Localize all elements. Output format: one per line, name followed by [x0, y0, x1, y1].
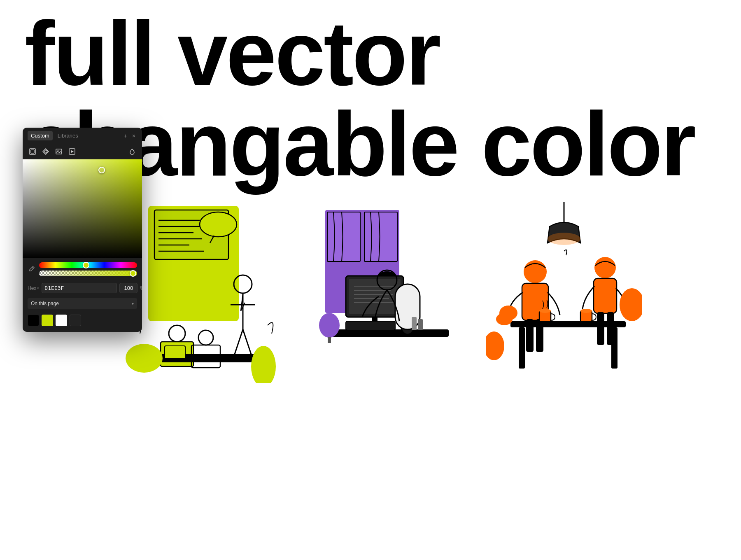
opacity-icon[interactable] — [127, 147, 137, 156]
svg-rect-22 — [165, 346, 185, 359]
svg-point-8 — [200, 212, 237, 237]
svg-rect-47 — [418, 319, 423, 330]
panel-header: Custom Libraries + × — [23, 128, 142, 144]
play-icon[interactable] — [67, 147, 77, 156]
svg-rect-23 — [161, 358, 185, 360]
on-this-page-section: On this page ▾ — [23, 296, 142, 311]
svg-point-57 — [496, 313, 513, 325]
illustration-meeting — [124, 202, 280, 383]
percent-label: % — [140, 285, 142, 291]
hex-input[interactable] — [42, 283, 117, 293]
component-icon[interactable] — [41, 147, 51, 156]
svg-rect-59 — [536, 319, 543, 352]
on-this-page-chevron-icon: ▾ — [132, 301, 134, 306]
swatch-yellow-green[interactable] — [42, 315, 53, 326]
svg-point-65 — [539, 309, 551, 313]
hex-row: Hex ▾ % — [23, 280, 142, 296]
svg-rect-46 — [412, 317, 417, 330]
opacity-input[interactable] — [119, 283, 137, 293]
svg-point-50 — [548, 233, 580, 245]
svg-point-24 — [126, 344, 163, 373]
svg-line-14 — [243, 329, 251, 354]
hero-line1: full vector — [25, 8, 741, 99]
frame-icon[interactable] — [28, 147, 37, 156]
tab-custom[interactable]: Custom — [28, 131, 53, 140]
tool-row — [23, 144, 142, 159]
svg-rect-70 — [30, 149, 35, 154]
gradient-thumb — [98, 167, 105, 173]
swatch-black[interactable] — [28, 315, 39, 326]
svg-rect-61 — [594, 278, 617, 313]
svg-rect-45 — [328, 337, 331, 343]
svg-rect-30 — [349, 279, 401, 314]
close-button[interactable]: × — [130, 132, 137, 140]
svg-rect-27 — [327, 212, 360, 261]
sliders-section — [23, 258, 142, 280]
alpha-slider[interactable] — [39, 271, 137, 276]
alpha-thumb — [130, 270, 136, 277]
svg-rect-52 — [519, 327, 525, 369]
swatches-row — [23, 311, 142, 332]
image-icon[interactable] — [54, 147, 64, 156]
hex-label[interactable]: Hex ▾ — [28, 285, 39, 291]
on-this-page-label: On this page — [31, 301, 59, 306]
svg-point-44 — [319, 313, 340, 338]
gradient-picker[interactable] — [23, 159, 142, 258]
swatch-dark-gray[interactable] — [70, 315, 81, 326]
svg-rect-28 — [364, 212, 397, 261]
add-button[interactable]: + — [122, 132, 129, 140]
svg-point-67 — [580, 309, 592, 313]
tab-libraries[interactable]: Libraries — [54, 131, 82, 140]
illustration-cafe — [486, 202, 642, 375]
svg-rect-58 — [526, 319, 534, 352]
svg-point-75 — [30, 270, 30, 271]
swatch-white[interactable] — [56, 315, 67, 326]
svg-rect-62 — [597, 312, 604, 345]
illustration-desk — [313, 202, 453, 375]
svg-line-13 — [235, 329, 243, 354]
hue-thumb — [83, 262, 89, 268]
color-picker-panel: Custom Libraries + × — [23, 128, 142, 332]
svg-point-19 — [198, 330, 213, 345]
on-this-page-button[interactable]: On this page ▾ — [28, 298, 137, 309]
svg-rect-39 — [346, 321, 395, 330]
illustrations-section — [124, 202, 741, 383]
sliders-column — [39, 262, 137, 276]
svg-rect-63 — [607, 312, 614, 345]
eyedropper-button[interactable] — [28, 265, 36, 274]
svg-point-17 — [169, 325, 185, 342]
hex-chevron-icon: ▾ — [37, 286, 39, 290]
hex-label-text: Hex — [28, 285, 36, 291]
svg-point-60 — [594, 257, 616, 278]
svg-rect-71 — [31, 150, 34, 153]
svg-rect-72 — [56, 149, 62, 154]
svg-point-25 — [251, 346, 276, 383]
hue-slider[interactable] — [39, 262, 137, 268]
